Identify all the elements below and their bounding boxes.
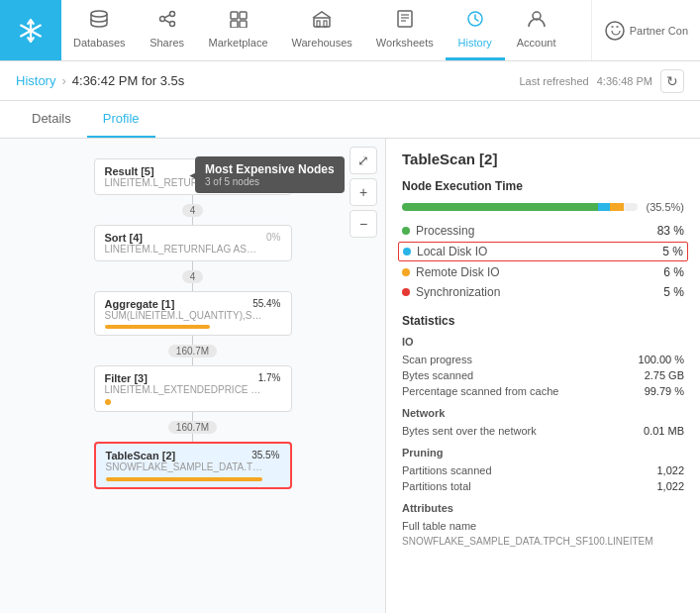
- kv-label-cache: Percentage scanned from cache: [402, 385, 558, 397]
- plan-node-filter[interactable]: Filter [3] 1.7% LINEITEM.L_EXTENDEDPRICE…: [94, 365, 292, 412]
- node-filter-pct: 1.7%: [258, 372, 281, 384]
- refresh-time: 4:36:48 PM: [597, 75, 652, 87]
- plan-controls: ⤢ + −: [350, 147, 377, 238]
- breadcrumb-title: 4:36:42 PM for 3.5s: [72, 73, 184, 88]
- kv-pct-from-cache: Percentage scanned from cache 99.79 %: [402, 383, 684, 399]
- node-filter-label: Filter [3]: [105, 372, 148, 384]
- nav-label-worksheets: Worksheets: [376, 37, 434, 49]
- kv-full-table-name: Full table name: [402, 518, 684, 534]
- connector-1: 4: [192, 195, 193, 225]
- node-agg-bar: [105, 325, 211, 329]
- nav-item-marketplace[interactable]: Marketplace: [197, 0, 280, 60]
- stats-group-network: Network: [402, 407, 684, 419]
- nav-item-worksheets[interactable]: Worksheets: [364, 0, 446, 60]
- nav-label-warehouses: Warehouses: [292, 37, 352, 49]
- kv-partitions-scanned: Partitions scanned 1,022: [402, 462, 684, 478]
- breadcrumb-parent[interactable]: History: [16, 73, 55, 88]
- worksheets-icon: [395, 10, 415, 33]
- partner-label: Partner Con: [630, 25, 688, 37]
- tab-profile[interactable]: Profile: [87, 101, 155, 138]
- stat-row-local-disk: Local Disk IO 5 %: [398, 242, 688, 261]
- kv-partitions-total: Partitions total 1,022: [402, 478, 684, 494]
- node-sort-label: Sort [4]: [105, 232, 144, 244]
- connector-2: 4: [192, 261, 193, 291]
- plan-node-tablescan[interactable]: TableScan [2] 35.5% SNOWFLAKE_SAMPLE_DAT…: [94, 442, 292, 489]
- dot-sync: [402, 288, 410, 296]
- node-result-label: Result [5]: [105, 165, 154, 177]
- stat-val-processing: 83 %: [657, 224, 684, 238]
- connector-label-4: 160.7M: [168, 421, 217, 434]
- detail-title: TableScan [2]: [402, 151, 684, 167]
- kv-label-parts-scanned: Partitions scanned: [402, 464, 492, 476]
- stats-group-attributes: Attributes: [402, 502, 684, 514]
- nav-item-warehouses[interactable]: Warehouses: [280, 0, 364, 60]
- stat-row-processing: Processing 83 %: [402, 221, 684, 241]
- nav-item-account[interactable]: Account: [505, 0, 568, 60]
- nav-label-account: Account: [517, 37, 556, 49]
- node-sort-sub: LINEITEM.L_RETURNFLAG ASC NULLS LA...: [105, 244, 263, 255]
- node-agg-pct: 55.4%: [252, 298, 280, 310]
- tab-details[interactable]: Details: [16, 101, 87, 138]
- breadcrumb-right: Last refreshed 4:36:48 PM ↻: [519, 69, 684, 93]
- kv-val-network: 0.01 MB: [644, 425, 684, 437]
- svg-point-8: [91, 11, 107, 17]
- connector-4: 160.7M: [192, 412, 193, 442]
- progress-bar: [402, 203, 638, 211]
- nav-item-databases[interactable]: Databases: [61, 0, 138, 60]
- statistics-section: Statistics IO Scan progress 100.00 % Byt…: [402, 314, 684, 549]
- node-ts-pct: 35.5%: [251, 450, 279, 461]
- node-sort-pct: 0%: [266, 232, 280, 244]
- main-content: Most Expensive Nodes 3 of 5 nodes Result…: [0, 139, 700, 613]
- dot-remote-disk: [402, 268, 410, 276]
- node-agg-sub: SUM(LINEITEM.L_QUANTITY),SUM(LINEIT...: [105, 310, 263, 321]
- node-agg-label: Aggregate [1]: [105, 298, 175, 310]
- kv-val-parts-total: 1,022: [656, 480, 684, 492]
- execution-section-title: Node Execution Time: [402, 179, 684, 193]
- connector-label-2: 4: [182, 270, 204, 283]
- plan-node-sort[interactable]: Sort [4] 0% LINEITEM.L_RETURNFLAG ASC NU…: [94, 225, 292, 261]
- nav-item-history[interactable]: History: [446, 0, 505, 60]
- zoom-out-button[interactable]: −: [350, 210, 377, 238]
- svg-point-9: [169, 11, 174, 16]
- node-filter-sub: LINEITEM.L_EXTENDEDPRICE <= 20000: [105, 384, 263, 395]
- stats-group-pruning: Pruning: [402, 447, 684, 459]
- nav-item-shares[interactable]: Shares: [138, 0, 197, 60]
- kv-label-scan: Scan progress: [402, 354, 472, 365]
- kv-bytes-scanned: Bytes scanned 2.75 GB: [402, 367, 684, 383]
- dot-processing: [402, 227, 410, 235]
- nav-label-history: History: [458, 37, 492, 49]
- kv-label-table-name: Full table name: [402, 520, 476, 532]
- svg-line-12: [164, 20, 169, 23]
- stats-group-io: IO: [402, 336, 684, 348]
- svg-rect-17: [240, 21, 247, 28]
- zoom-in-button[interactable]: +: [350, 178, 377, 206]
- warehouses-icon: [312, 10, 332, 33]
- svg-point-11: [169, 21, 174, 26]
- tabs-bar: Details Profile: [0, 101, 700, 139]
- stat-label-remote-disk: Remote Disk IO: [416, 265, 657, 279]
- refresh-button[interactable]: ↻: [660, 69, 684, 93]
- nav-partner[interactable]: Partner Con: [591, 0, 700, 60]
- kv-val-scan: 100.00 %: [639, 354, 684, 365]
- svg-point-10: [159, 16, 164, 21]
- tooltip-title: Most Expensive Nodes: [205, 162, 335, 176]
- kv-val-cache: 99.79 %: [645, 385, 684, 397]
- svg-rect-15: [240, 12, 247, 19]
- nav-items: Databases Shares Marketplace Warehouses …: [61, 0, 591, 60]
- statistics-title: Statistics: [402, 314, 684, 328]
- nav-logo: [0, 0, 61, 60]
- progress-percent: (35.5%): [646, 201, 684, 213]
- prog-seg-processing: [402, 203, 598, 211]
- kv-val-bytes: 2.75 GB: [645, 369, 684, 381]
- connector-3: 160.7M: [192, 336, 193, 365]
- stat-val-sync: 5 %: [663, 285, 684, 299]
- expand-button[interactable]: ⤢: [350, 147, 377, 174]
- nav-label-shares: Shares: [150, 37, 184, 49]
- tooltip-subtitle: 3 of 5 nodes: [205, 176, 335, 187]
- plan-nodes-wrapper: Most Expensive Nodes 3 of 5 nodes Result…: [12, 151, 373, 497]
- account-icon: [527, 10, 547, 33]
- plan-node-aggregate[interactable]: Aggregate [1] 55.4% SUM(LINEITEM.L_QUANT…: [94, 291, 292, 336]
- nav-label-databases: Databases: [73, 37, 126, 49]
- kv-scan-progress: Scan progress 100.00 %: [402, 352, 684, 367]
- svg-rect-18: [314, 18, 330, 27]
